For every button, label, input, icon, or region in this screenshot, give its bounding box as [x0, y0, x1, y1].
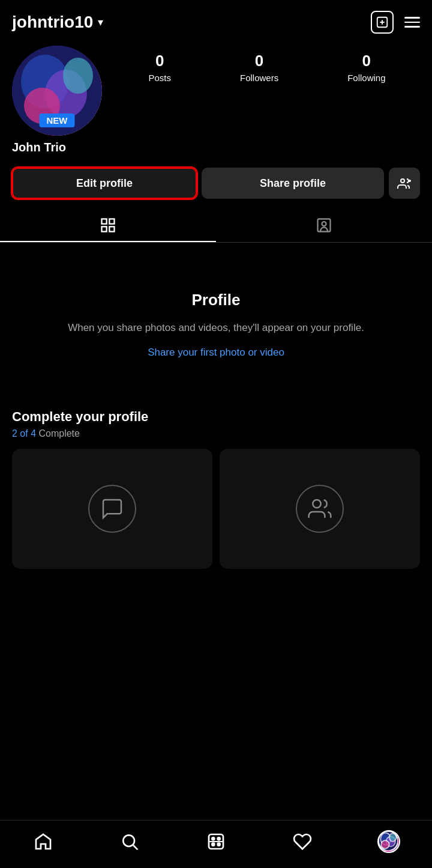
search-icon — [120, 832, 139, 851]
tab-grid[interactable] — [0, 208, 216, 242]
nav-reels[interactable] — [198, 827, 234, 857]
profile-section: NEW John Trio 0 Posts 0 Followers 0 Foll… — [0, 40, 432, 164]
svg-point-30 — [389, 833, 397, 841]
empty-state: Profile When you share photos and videos… — [0, 243, 432, 395]
home-icon — [34, 832, 53, 851]
empty-state-description: When you share photos and videos, they'l… — [68, 320, 364, 336]
followers-stat[interactable]: 0 Followers — [240, 52, 278, 83]
add-post-button[interactable] — [371, 11, 394, 34]
new-badge: NEW — [40, 114, 75, 127]
svg-point-24 — [218, 843, 220, 845]
following-count: 0 — [362, 52, 371, 70]
header-right — [371, 11, 420, 34]
chevron-down-icon[interactable]: ▾ — [98, 16, 103, 29]
svg-point-23 — [212, 843, 214, 845]
add-person-button[interactable] — [389, 168, 420, 199]
svg-point-29 — [381, 840, 389, 848]
followers-count: 0 — [255, 52, 263, 70]
svg-point-17 — [313, 500, 320, 508]
header: johntrio10 ▾ — [0, 0, 432, 40]
avatar-nav — [379, 831, 398, 851]
progress-highlight: 2 of 4 — [12, 428, 36, 439]
heart-icon — [293, 832, 312, 851]
nav-profile[interactable] — [371, 827, 407, 857]
hamburger-line — [404, 26, 420, 28]
avatar-container: NEW John Trio — [12, 46, 102, 154]
svg-point-21 — [212, 837, 214, 840]
svg-rect-13 — [102, 226, 107, 231]
card-chat-icon — [88, 485, 136, 533]
tabs — [0, 208, 432, 243]
people-icon — [308, 497, 332, 521]
grid-icon — [100, 217, 116, 234]
action-buttons: Edit profile Share profile — [0, 164, 432, 208]
empty-state-title: Profile — [192, 291, 241, 309]
header-left: johntrio10 ▾ — [12, 13, 103, 32]
following-label: Following — [347, 73, 385, 83]
add-person-icon — [397, 176, 412, 190]
progress-text: Complete — [36, 428, 80, 439]
svg-point-22 — [218, 837, 220, 840]
svg-line-19 — [133, 845, 137, 849]
tagged-icon — [316, 217, 332, 234]
bottom-nav — [0, 820, 432, 868]
plus-square-icon — [376, 16, 389, 29]
nav-search[interactable] — [112, 827, 148, 857]
profile-avatar-icon — [377, 830, 400, 853]
svg-point-18 — [123, 835, 134, 846]
complete-profile-progress: 2 of 4 Complete — [12, 428, 420, 439]
posts-stat[interactable]: 0 Posts — [148, 52, 171, 83]
card-people-icon — [296, 485, 344, 533]
chat-icon — [100, 497, 124, 521]
profile-cards-row — [12, 449, 420, 569]
profile-card-1[interactable] — [12, 449, 212, 569]
menu-button[interactable] — [404, 17, 420, 28]
following-stat[interactable]: 0 Following — [347, 52, 385, 83]
edit-profile-button[interactable]: Edit profile — [12, 168, 197, 199]
hamburger-line — [404, 22, 420, 23]
svg-point-7 — [63, 58, 93, 94]
svg-point-8 — [401, 179, 404, 183]
profile-name: John Trio — [12, 141, 102, 154]
svg-rect-12 — [109, 219, 114, 224]
svg-rect-14 — [109, 226, 114, 231]
posts-count: 0 — [155, 52, 164, 70]
profile-card-2[interactable] — [220, 449, 420, 569]
followers-label: Followers — [240, 73, 278, 83]
share-first-photo-link[interactable]: Share your first photo or video — [148, 347, 284, 359]
reels-icon — [206, 832, 226, 851]
username-label[interactable]: johntrio10 — [12, 13, 93, 32]
posts-label: Posts — [148, 73, 171, 83]
complete-profile-section: Complete your profile 2 of 4 Complete — [0, 395, 432, 569]
nav-home[interactable] — [25, 827, 61, 857]
hamburger-line — [404, 17, 420, 19]
share-profile-button[interactable]: Share profile — [202, 168, 384, 199]
svg-point-16 — [322, 222, 326, 226]
stats-row: 0 Posts 0 Followers 0 Following — [114, 46, 420, 83]
tab-tagged[interactable] — [216, 208, 432, 242]
complete-profile-title: Complete your profile — [12, 409, 420, 425]
svg-rect-11 — [102, 219, 107, 224]
nav-activity[interactable] — [284, 827, 320, 857]
